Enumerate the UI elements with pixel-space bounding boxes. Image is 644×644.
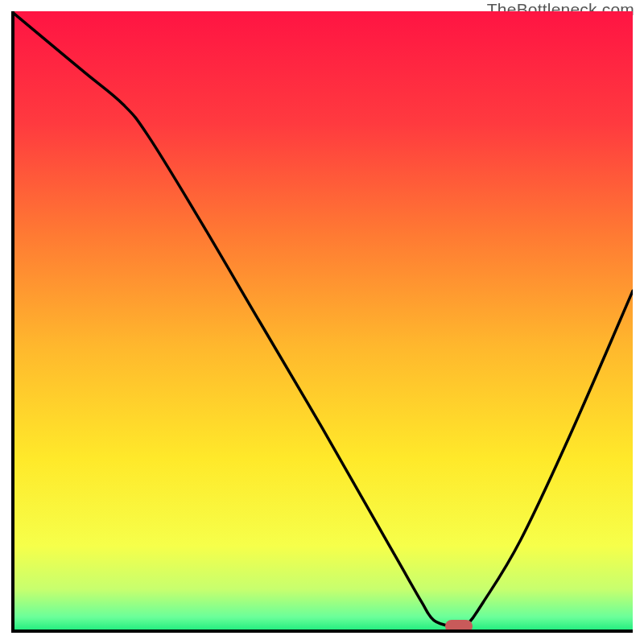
bottleneck-chart: TheBottleneck.com xyxy=(0,0,644,644)
plot-area xyxy=(11,11,633,633)
optimal-marker xyxy=(445,620,473,633)
bottleneck-curve-path xyxy=(11,11,633,629)
curve-svg xyxy=(11,11,633,633)
